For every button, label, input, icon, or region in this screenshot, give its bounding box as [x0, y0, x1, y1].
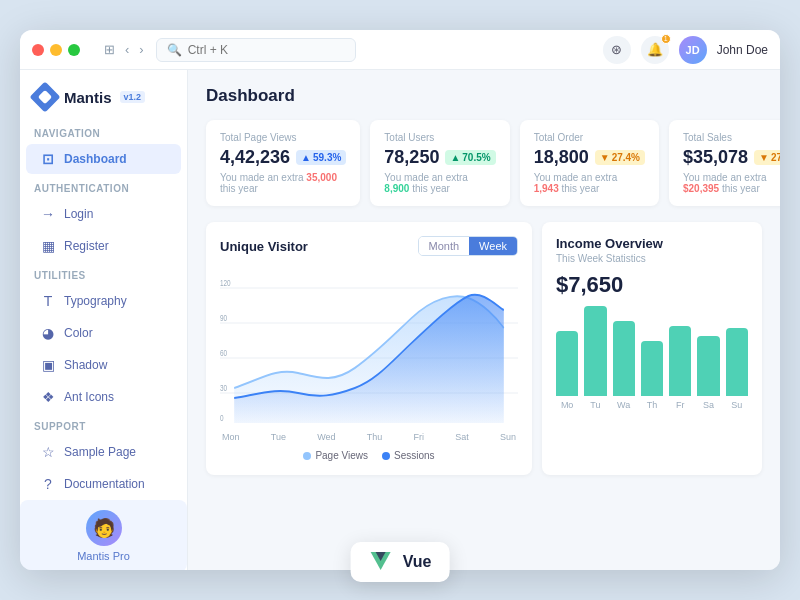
typography-icon: T: [40, 293, 56, 309]
stat-badge-2: ▼ 27.4%: [595, 150, 645, 165]
titlebar-nav: ⊞ ‹ ›: [104, 42, 144, 57]
bar-wa: [613, 321, 635, 396]
sidebar-item-register[interactable]: ▦ Register: [26, 231, 181, 261]
titlebar: ⊞ ‹ › 🔍 ⊛ 🔔 1 JD John Doe: [20, 30, 780, 70]
search-input[interactable]: [188, 43, 345, 57]
sidebar-documentation-label: Documentation: [64, 477, 145, 491]
area-chart: 120 90 60 30 0: [220, 268, 518, 428]
forward-icon[interactable]: ›: [139, 42, 143, 57]
github-icon: ⊛: [611, 42, 622, 57]
sidebar-item-shadow[interactable]: ▣ Shadow: [26, 350, 181, 380]
bar-label-fr: Fr: [676, 400, 685, 410]
legend-sessions: Sessions: [382, 450, 435, 461]
sidebar-item-documentation[interactable]: ? Documentation: [26, 469, 181, 499]
bar-label-tu: Tu: [590, 400, 600, 410]
income-amount: $7,650: [556, 272, 748, 298]
bar-col-wa: Wa: [613, 321, 635, 410]
bar-col-mo: Mo: [556, 331, 578, 410]
stat-value-row-1: 78,250 ▲ 70.5%: [384, 147, 495, 168]
notification-badge: 1: [661, 34, 671, 44]
bell-icon: 🔔: [647, 42, 663, 57]
mantis-pro-card[interactable]: 🧑 Mantis Pro: [20, 500, 187, 570]
legend-label-page-views: Page Views: [315, 450, 368, 461]
bar-fr: [669, 326, 691, 396]
chart-header: Unique Visitor Month Week: [220, 236, 518, 256]
bar-col-fr: Fr: [669, 326, 691, 410]
close-button[interactable]: [32, 44, 44, 56]
app-window: ⊞ ‹ › 🔍 ⊛ 🔔 1 JD John Doe: [20, 30, 780, 570]
support-section-label: Support: [20, 413, 187, 436]
x-label-sat: Sat: [455, 432, 469, 442]
bar-su: [726, 328, 748, 396]
legend-dot-page-views: [303, 452, 311, 460]
grid-icon[interactable]: ⊞: [104, 42, 115, 57]
bar-tu: [584, 306, 606, 396]
sidebar-item-sample-page[interactable]: ☆ Sample Page: [26, 437, 181, 467]
nav-section-label: Navigation: [20, 120, 187, 143]
stat-label-1: Total Users: [384, 132, 495, 143]
svg-text:30: 30: [220, 383, 228, 393]
logo-inner: [38, 90, 52, 104]
sidebar-item-typography[interactable]: T Typography: [26, 286, 181, 316]
sidebar: Mantis v1.2 Navigation ⊡ Dashboard Authe…: [20, 70, 188, 570]
notification-button[interactable]: 🔔 1: [641, 36, 669, 64]
color-icon: ◕: [40, 325, 56, 341]
search-icon: 🔍: [167, 43, 182, 57]
stat-value-0: 4,42,236: [220, 147, 290, 168]
dashboard-icon: ⊡: [40, 151, 56, 167]
sidebar-dashboard-label: Dashboard: [64, 152, 127, 166]
unique-visitor-card: Unique Visitor Month Week: [206, 222, 532, 475]
stat-value-row-0: 4,42,236 ▲ 59.3%: [220, 147, 346, 168]
x-label-wed: Wed: [317, 432, 335, 442]
x-label-sun: Sun: [500, 432, 516, 442]
pro-label: Mantis Pro: [30, 550, 177, 562]
arrow-down-icon: ▼: [600, 152, 610, 163]
charts-row: Unique Visitor Month Week: [206, 222, 762, 475]
bar-label-sa: Sa: [703, 400, 714, 410]
sidebar-ant-icons-label: Ant Icons: [64, 390, 114, 404]
stat-label-2: Total Order: [534, 132, 645, 143]
page-title: Dashboard: [206, 86, 762, 106]
income-title: Income Overview: [556, 236, 748, 251]
sidebar-item-dashboard[interactable]: ⊡ Dashboard: [26, 144, 181, 174]
arrow-down-icon-1: ▼: [759, 152, 769, 163]
github-button[interactable]: ⊛: [603, 36, 631, 64]
ant-icons-icon: ❖: [40, 389, 56, 405]
sidebar-item-ant-icons[interactable]: ❖ Ant Icons: [26, 382, 181, 412]
sidebar-item-color[interactable]: ◕ Color: [26, 318, 181, 348]
logo-icon: [29, 81, 60, 112]
utilities-section-label: Utilities: [20, 262, 187, 285]
chart-tab-group: Month Week: [418, 236, 519, 256]
legend-label-sessions: Sessions: [394, 450, 435, 461]
search-box[interactable]: 🔍: [156, 38, 356, 62]
stat-value-row-2: 18,800 ▼ 27.4%: [534, 147, 645, 168]
chart-x-labels: Mon Tue Wed Thu Fri Sat Sun: [220, 428, 518, 442]
bar-chart: MoTuWaThFrSaSu: [556, 310, 748, 410]
sidebar-item-login[interactable]: → Login: [26, 199, 181, 229]
avatar[interactable]: JD: [679, 36, 707, 64]
shadow-icon: ▣: [40, 357, 56, 373]
maximize-button[interactable]: [68, 44, 80, 56]
back-icon[interactable]: ‹: [125, 42, 129, 57]
stat-card-sales: Total Sales $35,078 ▼ 27.4% You made an …: [669, 120, 780, 206]
stat-card-users: Total Users 78,250 ▲ 70.5% You made an e…: [370, 120, 509, 206]
stat-badge-1: ▲ 70.5%: [445, 150, 495, 165]
stat-card-page-views: Total Page Views 4,42,236 ▲ 59.3% You ma…: [206, 120, 360, 206]
stat-label-0: Total Page Views: [220, 132, 346, 143]
documentation-icon: ?: [40, 476, 56, 492]
stat-note-0: You made an extra 35,000 this year: [220, 172, 346, 194]
stat-note-2: You made an extra 1,943 this year: [534, 172, 645, 194]
logo-text: Mantis: [64, 89, 112, 106]
stat-value-1: 78,250: [384, 147, 439, 168]
minimize-button[interactable]: [50, 44, 62, 56]
tab-month[interactable]: Month: [419, 237, 470, 255]
bar-label-wa: Wa: [617, 400, 630, 410]
vue-label: Vue: [403, 553, 432, 571]
bar-col-sa: Sa: [697, 336, 719, 410]
bar-sa: [697, 336, 719, 396]
tab-week[interactable]: Week: [469, 237, 517, 255]
pro-avatar: 🧑: [86, 510, 122, 546]
sidebar-typography-label: Typography: [64, 294, 127, 308]
bar-th: [641, 341, 663, 396]
income-sub: This Week Statistics: [556, 253, 748, 264]
